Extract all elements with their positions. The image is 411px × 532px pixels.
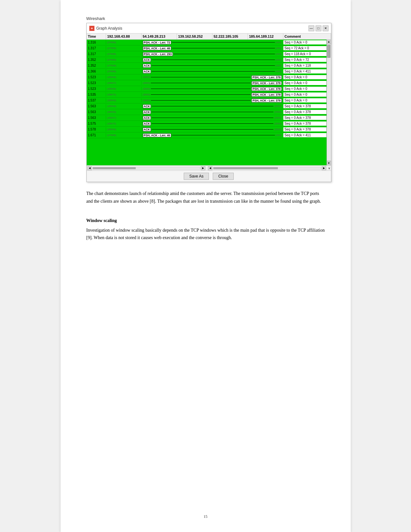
table-row: 1.317 (27509) PSH, ACK - Len: 46 (443) S… <box>87 45 327 51</box>
col-comment: Comment <box>283 34 331 39</box>
table-row: 1.563 (26533) ACK (3000) Seq = 0 Ack = 3… <box>87 109 327 115</box>
table-body[interactable]: 1.316 (27608) PSH, ACK - Len: 72 (443) S… <box>87 40 327 165</box>
hscroll-thumb[interactable] <box>93 167 136 169</box>
section-heading: Window scaling <box>86 218 325 223</box>
table-row: 1.535 (26672) (3000) PSH, ACK - Len: 378… <box>87 92 327 98</box>
scroll-up-button[interactable]: ▲ <box>327 40 331 44</box>
graph-left: 1.316 (27608) PSH, ACK - Len: 72 (443) S… <box>87 40 327 165</box>
save-as-button[interactable]: Save As <box>184 173 209 180</box>
table-row: 1.671 (27808) PSH, ACK - Len: 46 (443) S… <box>87 132 327 138</box>
minimize-button[interactable]: — <box>308 25 314 31</box>
table-row: 1.317 (27608) PSH, ACK - Len: 293 (443) … <box>87 51 327 57</box>
col-ip1: 192.168.43.88 <box>106 34 142 39</box>
table-row: 1.537 (26543) (3000) PSH, ACK - Len: 378… <box>87 98 327 103</box>
table-row: 1.316 (27608) PSH, ACK - Len: 72 (443) S… <box>87 40 327 45</box>
titlebar-controls: — □ ✕ <box>308 25 328 31</box>
close-dialog-button[interactable]: Close <box>213 173 234 180</box>
col-ip3: 139.162.58.252 <box>177 34 212 39</box>
page-number: 15 <box>61 514 351 519</box>
table-header: Time 192.168.43.88 54.149.28.213 139.162… <box>87 34 331 40</box>
table-row: 1.352 (27608) ACK (443) Seq = 0 Ack = 72 <box>87 57 327 63</box>
table-row: 1.523 (26527) (3000) PSH, ACK - Len: 378… <box>87 80 327 86</box>
close-window-button[interactable]: ✕ <box>323 25 328 31</box>
hscroll-track2 <box>213 167 321 169</box>
table-row: 1.563 (26527) ACK (3000) Seq = 0 Ack = 3… <box>87 115 327 121</box>
table-row: 1.523 (26538) (3000) PSH, ACK - Len: 378… <box>87 86 327 92</box>
scroll-thumb[interactable] <box>327 45 330 58</box>
scroll-left-button[interactable]: ◀ <box>87 166 92 170</box>
titlebar-left: Graph Analysis <box>89 26 122 31</box>
hscroll-thumb2[interactable] <box>213 167 278 169</box>
scroll-chevron: ∨ <box>328 167 330 170</box>
wireshark-label: Wireshark <box>86 16 325 21</box>
dialog-bottom-bar: Save As Close <box>87 170 331 182</box>
graph-container: 1.316 (27608) PSH, ACK - Len: 72 (443) S… <box>87 40 331 165</box>
table-row: 1.578 (26548) ACK (3000) Seq = 0 Ack = 3… <box>87 127 327 132</box>
maximize-button[interactable]: □ <box>316 25 321 31</box>
page: Wireshark Graph Analysis — □ ✕ Time <box>61 0 351 532</box>
body-paragraph-1: The chart demonstrates launch of relatio… <box>86 190 325 205</box>
scroll-left2-button[interactable]: ◀ <box>208 166 212 170</box>
scroll-track <box>327 44 331 161</box>
table-row: 1.575 (26072) ACK (3000) Seq = 0 Ack = 3… <box>87 121 327 127</box>
table-row: 1.523 (26549) (3000) PSH, ACK - Len: 378… <box>87 74 327 80</box>
wireshark-icon <box>89 26 94 31</box>
scroll-right-button[interactable]: ▶ <box>201 166 205 170</box>
dialog-titlebar: Graph Analysis — □ ✕ <box>87 23 331 34</box>
table-row: 1.352 (27508) ACK (443) Seq = 0 Ack = 11… <box>87 63 327 69</box>
col-time: Time <box>87 34 106 39</box>
col-ip2: 54.149.28.213 <box>142 34 177 39</box>
vertical-scrollbar[interactable]: ▲ ▼ <box>327 40 331 165</box>
scroll-right2-button[interactable]: ▶ <box>322 166 326 170</box>
col-ip4: 52.222.185.105 <box>212 34 248 39</box>
col-ip5: 185.64.189.112 <box>248 34 283 39</box>
section-paragraph-1: Investigation of window scaling basicall… <box>86 227 325 242</box>
table-row: 1.563 (26549) ACK (3000) Seq = 0 Ack = 3… <box>87 103 327 109</box>
dialog-title: Graph Analysis <box>96 26 122 31</box>
graph-analysis-dialog: Graph Analysis — □ ✕ Time 192.168.43.88 … <box>86 23 331 182</box>
scroll-down-button[interactable]: ▼ <box>327 161 331 165</box>
hscroll-track <box>93 167 201 169</box>
horizontal-scrollbar[interactable]: ◀ ▶ ◀ ▶ ∨ <box>87 165 331 170</box>
table-row: 1.366 (27808) ACK (443) Seq = 0 Ack = 41… <box>87 69 327 74</box>
